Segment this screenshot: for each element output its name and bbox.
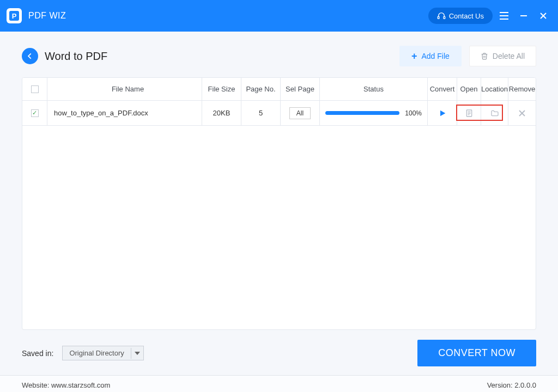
row-remove-button[interactable] xyxy=(518,109,526,117)
minimize-icon xyxy=(520,12,527,20)
select-all-checkbox[interactable] xyxy=(31,85,39,93)
svg-marker-8 xyxy=(440,110,445,116)
col-file-size: File Size xyxy=(202,78,241,100)
table-header: File Name File Size Page No. Sel Page St… xyxy=(22,78,536,101)
col-remove: Remove xyxy=(508,78,536,100)
chevron-down-icon xyxy=(131,348,143,359)
title-bar: P PDF WIZ Contact Us xyxy=(0,0,558,32)
col-open: Open xyxy=(457,78,481,100)
progress-bar xyxy=(325,111,399,115)
cell-file-size: 20KB xyxy=(202,101,241,125)
row-checkbox[interactable] xyxy=(31,109,39,117)
svg-rect-0 xyxy=(438,16,439,19)
contact-us-label: Contact Us xyxy=(449,12,484,20)
app-title: PDF WIZ xyxy=(28,11,66,21)
saved-in-dropdown[interactable]: Original Directory xyxy=(62,346,143,360)
minimize-button[interactable] xyxy=(515,8,532,24)
sel-page-selector[interactable]: All xyxy=(289,107,311,119)
progress-percent: 100% xyxy=(405,109,422,117)
col-sel-page: Sel Page xyxy=(281,78,320,100)
cell-file-name: how_to_type_on_a_PDF.docx xyxy=(47,101,202,125)
col-location: Location xyxy=(481,78,508,100)
row-open-button[interactable] xyxy=(465,109,474,118)
cell-page-no: 5 xyxy=(241,101,281,125)
close-icon xyxy=(518,109,526,117)
add-file-label: Add File xyxy=(421,52,449,60)
col-page-no: Page No. xyxy=(241,78,281,100)
plus-icon: + xyxy=(411,51,417,61)
back-button[interactable] xyxy=(22,48,38,64)
add-file-button[interactable]: + Add File xyxy=(399,46,462,66)
contact-us-button[interactable]: Contact Us xyxy=(428,8,493,24)
app-logo-letter: P xyxy=(9,11,19,21)
headset-icon xyxy=(437,11,446,20)
svg-marker-15 xyxy=(135,352,140,355)
trash-icon xyxy=(481,52,488,60)
row-convert-button[interactable] xyxy=(438,109,447,118)
version-label: Version: 2.0.0.0 xyxy=(487,381,536,389)
saved-in-value: Original Directory xyxy=(63,346,130,360)
svg-rect-1 xyxy=(444,16,445,19)
menu-button[interactable] xyxy=(496,8,512,24)
folder-icon xyxy=(490,109,500,118)
close-window-button[interactable] xyxy=(535,8,551,24)
table-row: how_to_type_on_a_PDF.docx 20KB 5 All 100… xyxy=(22,101,536,126)
status-footer: Website: www.starzsoft.com Version: 2.0.… xyxy=(0,375,558,392)
delete-all-label: Delete All xyxy=(493,52,525,60)
col-status: Status xyxy=(320,78,428,100)
close-icon xyxy=(539,12,547,20)
website-label: Website: www.starzsoft.com xyxy=(22,381,110,389)
delete-all-button[interactable]: Delete All xyxy=(469,46,536,66)
saved-in-label: Saved in: xyxy=(22,349,53,358)
app-logo: P xyxy=(7,8,22,23)
row-location-button[interactable] xyxy=(490,109,500,118)
hamburger-icon xyxy=(500,12,508,20)
convert-now-button[interactable]: CONVERT NOW xyxy=(417,340,536,366)
col-convert: Convert xyxy=(428,78,457,100)
page-title: Word to PDF xyxy=(45,50,107,63)
arrow-left-icon xyxy=(26,52,34,60)
col-file-name: File Name xyxy=(47,78,202,100)
play-icon xyxy=(438,109,447,118)
document-icon xyxy=(465,109,474,118)
file-table: File Name File Size Page No. Sel Page St… xyxy=(22,77,536,330)
